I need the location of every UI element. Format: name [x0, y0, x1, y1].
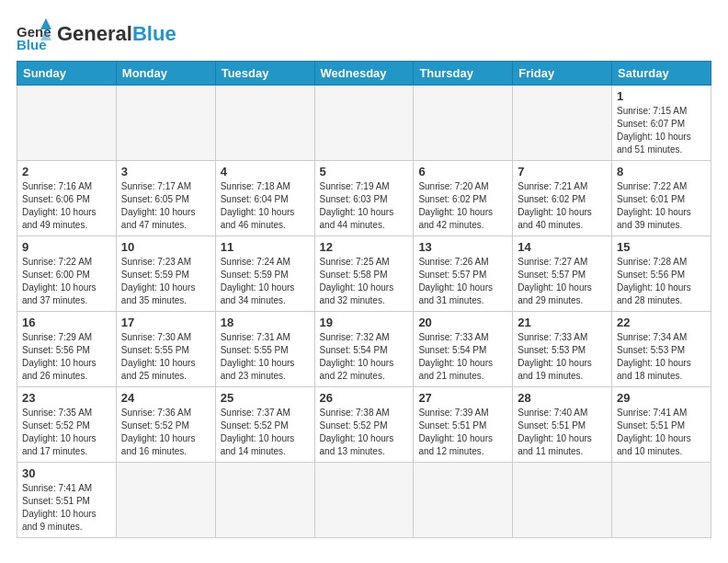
day-info: Sunrise: 7:21 AM Sunset: 6:02 PM Dayligh…: [518, 180, 607, 232]
day-cell: 19Sunrise: 7:32 AM Sunset: 5:54 PM Dayli…: [314, 312, 414, 387]
day-number: 1: [617, 89, 706, 103]
day-info: Sunrise: 7:36 AM Sunset: 5:52 PM Dayligh…: [121, 407, 210, 458]
weekday-wednesday: Wednesday: [314, 62, 414, 86]
day-info: Sunrise: 7:41 AM Sunset: 5:51 PM Dayligh…: [617, 407, 706, 458]
day-cell: 2Sunrise: 7:16 AM Sunset: 6:06 PM Daylig…: [17, 161, 117, 236]
day-cell: [314, 463, 414, 538]
weekday-tuesday: Tuesday: [215, 62, 314, 86]
day-cell: 15Sunrise: 7:28 AM Sunset: 5:56 PM Dayli…: [612, 236, 711, 312]
day-number: 26: [320, 391, 409, 405]
day-info: Sunrise: 7:37 AM Sunset: 5:52 PM Dayligh…: [221, 407, 310, 458]
day-info: Sunrise: 7:32 AM Sunset: 5:54 PM Dayligh…: [320, 331, 409, 383]
day-cell: 26Sunrise: 7:38 AM Sunset: 5:52 PM Dayli…: [314, 387, 414, 463]
day-number: 10: [121, 240, 210, 254]
day-number: 12: [320, 240, 409, 254]
logo: General Blue GeneralBlue: [17, 17, 176, 52]
day-cell: 30Sunrise: 7:41 AM Sunset: 5:51 PM Dayli…: [17, 463, 117, 538]
weekday-header-row: SundayMondayTuesdayWednesdayThursdayFrid…: [17, 62, 711, 86]
day-number: 18: [221, 316, 310, 329]
day-cell: [215, 463, 314, 538]
day-info: Sunrise: 7:18 AM Sunset: 6:04 PM Dayligh…: [221, 180, 310, 232]
day-cell: 3Sunrise: 7:17 AM Sunset: 6:05 PM Daylig…: [116, 161, 215, 236]
day-number: 16: [22, 316, 111, 329]
day-info: Sunrise: 7:22 AM Sunset: 6:00 PM Dayligh…: [22, 256, 111, 307]
day-info: Sunrise: 7:26 AM Sunset: 5:57 PM Dayligh…: [418, 256, 507, 307]
calendar-table: SundayMondayTuesdayWednesdayThursdayFrid…: [17, 61, 711, 538]
day-number: 7: [518, 165, 607, 178]
day-info: Sunrise: 7:40 AM Sunset: 5:51 PM Dayligh…: [518, 407, 607, 458]
day-cell: [116, 463, 215, 538]
generalblue-logo-icon: General Blue: [17, 17, 51, 52]
day-cell: [513, 463, 612, 538]
day-info: Sunrise: 7:20 AM Sunset: 6:02 PM Dayligh…: [418, 180, 507, 232]
day-number: 3: [121, 165, 210, 178]
day-cell: [215, 86, 314, 161]
day-number: 23: [22, 391, 111, 405]
weekday-monday: Monday: [116, 62, 215, 86]
day-number: 21: [518, 316, 607, 329]
day-info: Sunrise: 7:22 AM Sunset: 6:01 PM Dayligh…: [617, 180, 706, 232]
week-row-5: 30Sunrise: 7:41 AM Sunset: 5:51 PM Dayli…: [17, 463, 711, 538]
day-number: 19: [320, 316, 409, 329]
day-cell: 4Sunrise: 7:18 AM Sunset: 6:04 PM Daylig…: [215, 161, 314, 236]
day-cell: 29Sunrise: 7:41 AM Sunset: 5:51 PM Dayli…: [612, 387, 711, 463]
day-info: Sunrise: 7:23 AM Sunset: 5:59 PM Dayligh…: [121, 256, 210, 307]
week-row-3: 16Sunrise: 7:29 AM Sunset: 5:56 PM Dayli…: [17, 312, 711, 387]
day-number: 17: [121, 316, 210, 329]
day-cell: [513, 86, 612, 161]
day-cell: 7Sunrise: 7:21 AM Sunset: 6:02 PM Daylig…: [513, 161, 612, 236]
day-cell: 27Sunrise: 7:39 AM Sunset: 5:51 PM Dayli…: [414, 387, 513, 463]
day-cell: 9Sunrise: 7:22 AM Sunset: 6:00 PM Daylig…: [17, 236, 117, 312]
day-cell: 5Sunrise: 7:19 AM Sunset: 6:03 PM Daylig…: [314, 161, 414, 236]
day-info: Sunrise: 7:19 AM Sunset: 6:03 PM Dayligh…: [320, 180, 409, 232]
day-info: Sunrise: 7:15 AM Sunset: 6:07 PM Dayligh…: [617, 105, 706, 156]
logo-text: GeneralBlue: [57, 23, 176, 45]
day-number: 28: [518, 391, 607, 405]
day-number: 4: [221, 165, 310, 178]
day-cell: 22Sunrise: 7:34 AM Sunset: 5:53 PM Dayli…: [612, 312, 711, 387]
day-cell: 24Sunrise: 7:36 AM Sunset: 5:52 PM Dayli…: [116, 387, 215, 463]
day-number: 20: [418, 316, 507, 329]
day-cell: 20Sunrise: 7:33 AM Sunset: 5:54 PM Dayli…: [414, 312, 513, 387]
day-number: 9: [22, 240, 111, 254]
day-cell: 8Sunrise: 7:22 AM Sunset: 6:01 PM Daylig…: [612, 161, 711, 236]
day-cell: 21Sunrise: 7:33 AM Sunset: 5:53 PM Dayli…: [513, 312, 612, 387]
day-cell: 10Sunrise: 7:23 AM Sunset: 5:59 PM Dayli…: [116, 236, 215, 312]
day-info: Sunrise: 7:35 AM Sunset: 5:52 PM Dayligh…: [22, 407, 111, 458]
day-cell: [116, 86, 215, 161]
day-info: Sunrise: 7:33 AM Sunset: 5:53 PM Dayligh…: [518, 331, 607, 383]
day-cell: 17Sunrise: 7:30 AM Sunset: 5:55 PM Dayli…: [116, 312, 215, 387]
day-info: Sunrise: 7:25 AM Sunset: 5:58 PM Dayligh…: [320, 256, 409, 307]
day-cell: [17, 86, 117, 161]
day-info: Sunrise: 7:29 AM Sunset: 5:56 PM Dayligh…: [22, 331, 111, 383]
week-row-0: 1Sunrise: 7:15 AM Sunset: 6:07 PM Daylig…: [17, 86, 711, 161]
day-info: Sunrise: 7:31 AM Sunset: 5:55 PM Dayligh…: [221, 331, 310, 383]
day-cell: 6Sunrise: 7:20 AM Sunset: 6:02 PM Daylig…: [414, 161, 513, 236]
day-number: 29: [617, 391, 706, 405]
day-cell: 23Sunrise: 7:35 AM Sunset: 5:52 PM Dayli…: [17, 387, 117, 463]
day-cell: 16Sunrise: 7:29 AM Sunset: 5:56 PM Dayli…: [17, 312, 117, 387]
day-cell: 13Sunrise: 7:26 AM Sunset: 5:57 PM Dayli…: [414, 236, 513, 312]
weekday-friday: Friday: [513, 62, 612, 86]
week-row-2: 9Sunrise: 7:22 AM Sunset: 6:00 PM Daylig…: [17, 236, 711, 312]
day-number: 8: [617, 165, 706, 178]
day-info: Sunrise: 7:24 AM Sunset: 5:59 PM Dayligh…: [221, 256, 310, 307]
day-number: 22: [617, 316, 706, 329]
day-number: 14: [518, 240, 607, 254]
weekday-thursday: Thursday: [414, 62, 513, 86]
day-info: Sunrise: 7:30 AM Sunset: 5:55 PM Dayligh…: [121, 331, 210, 383]
day-cell: 25Sunrise: 7:37 AM Sunset: 5:52 PM Dayli…: [215, 387, 314, 463]
day-info: Sunrise: 7:16 AM Sunset: 6:06 PM Dayligh…: [22, 180, 111, 232]
page: General Blue GeneralBlue SundayMondayTue…: [0, 0, 728, 547]
day-cell: [612, 463, 711, 538]
day-cell: [414, 86, 513, 161]
day-info: Sunrise: 7:27 AM Sunset: 5:57 PM Dayligh…: [518, 256, 607, 307]
day-number: 27: [418, 391, 507, 405]
day-info: Sunrise: 7:28 AM Sunset: 5:56 PM Dayligh…: [617, 256, 706, 307]
day-cell: 1Sunrise: 7:15 AM Sunset: 6:07 PM Daylig…: [612, 86, 711, 161]
day-cell: 18Sunrise: 7:31 AM Sunset: 5:55 PM Dayli…: [215, 312, 314, 387]
day-number: 30: [22, 466, 111, 480]
day-info: Sunrise: 7:17 AM Sunset: 6:05 PM Dayligh…: [121, 180, 210, 232]
week-row-4: 23Sunrise: 7:35 AM Sunset: 5:52 PM Dayli…: [17, 387, 711, 463]
day-number: 11: [221, 240, 310, 254]
